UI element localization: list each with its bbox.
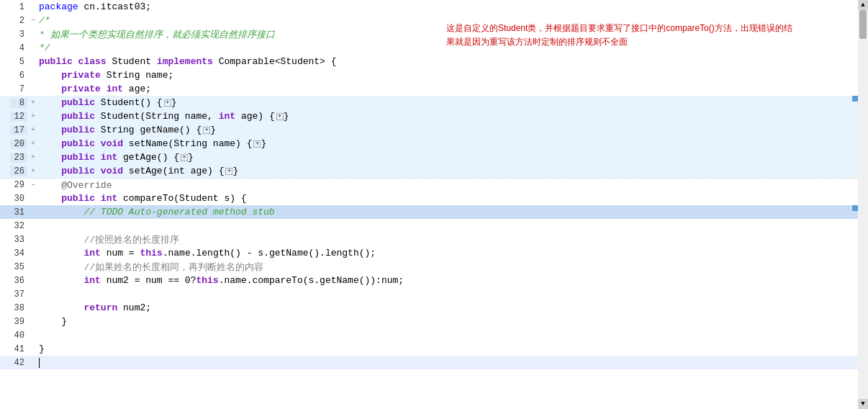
- linenum-34: 34: [10, 248, 27, 259]
- code-row-42: 42: [0, 356, 858, 369]
- linenum-2: 2: [10, 16, 27, 26]
- expand-17: +: [27, 126, 39, 134]
- code-29: @Override: [39, 180, 112, 191]
- annotation-popup: 这是自定义的Student类，并根据题目要求重写了接口中的compareTo()…: [446, 22, 792, 49]
- scrollbar-vertical[interactable]: ▲ ▼: [858, 0, 868, 409]
- code-31: // TODO Auto-generated method stub: [39, 207, 275, 217]
- annotation-line2: 果就是因为重写该方法时定制的排序规则不全面: [446, 35, 792, 49]
- code-row-1: 1 package cn.itcast03;: [0, 0, 858, 14]
- linenum-40: 40: [10, 331, 27, 341]
- annotation-line1: 这是自定义的Student类，并根据题目要求重写了接口中的compareTo()…: [446, 22, 792, 35]
- linenum-6: 6: [10, 71, 27, 81]
- linenum-26: 26: [10, 166, 27, 176]
- code-35: //如果姓名的长度相同，再判断姓名的内容: [39, 261, 263, 274]
- editor-container: 这是自定义的Student类，并根据题目要求重写了接口中的compareTo()…: [0, 0, 868, 409]
- code-row-32: 32: [0, 219, 858, 233]
- code-38: return num2;: [39, 302, 151, 313]
- linenum-12: 12: [10, 112, 27, 122]
- scroll-marker-8: [852, 96, 858, 102]
- linenum-35: 35: [10, 262, 27, 272]
- code-row-34: 34 int num = this.name.length() - s.getN…: [0, 246, 858, 260]
- code-20: public void setName(String name) {+}: [39, 138, 266, 149]
- linenum-3: 3: [10, 30, 27, 40]
- code-36: int num2 = num == 0?this.name.compareTo(…: [39, 275, 404, 286]
- linenum-5: 5: [10, 57, 27, 67]
- code-row-35: 35 //如果姓名的长度相同，再判断姓名的内容: [0, 260, 858, 274]
- code-row-20: 20 + public void setName(String name) {+…: [0, 137, 858, 150]
- code-row-33: 33 //按照姓名的长度排序: [0, 233, 858, 246]
- linenum-7: 7: [10, 84, 27, 94]
- linenum-1: 1: [10, 2, 27, 12]
- code-row-36: 36 int num2 = num == 0?this.name.compare…: [0, 274, 858, 287]
- code-30: public int compareTo(Student s) {: [39, 193, 247, 204]
- linenum-32: 32: [10, 221, 27, 231]
- code-row-39: 39 }: [0, 315, 858, 328]
- code-row-23: 23 + public int getAge() {+}: [0, 150, 858, 164]
- linenum-39: 39: [10, 317, 27, 327]
- scrollbar-up-arrow[interactable]: ▲: [858, 0, 868, 10]
- code-6: private String name;: [39, 70, 173, 81]
- scrollbar-down-arrow[interactable]: ▼: [858, 399, 868, 409]
- expand-26: +: [27, 167, 39, 175]
- linenum-33: 33: [10, 235, 27, 245]
- code-2: /*: [39, 15, 50, 26]
- code-row-38: 38 return num2;: [0, 301, 858, 315]
- code-row-6: 6 private String name;: [0, 68, 858, 82]
- code-42: [39, 357, 40, 368]
- code-row-40: 40: [0, 328, 858, 342]
- linenum-36: 36: [10, 276, 27, 286]
- code-3: * 如果一个类想实现自然排序，就必须实现自然排序接口: [39, 28, 275, 41]
- code-33: //按照姓名的长度排序: [39, 233, 179, 246]
- code-row-37: 37: [0, 287, 858, 301]
- code-17: public String getName() {+}: [39, 125, 216, 135]
- expand-23: +: [27, 153, 39, 161]
- linenum-4: 4: [10, 43, 27, 53]
- code-34: int num = this.name.length() - s.getName…: [39, 248, 376, 259]
- code-row-29: 29 − @Override: [0, 178, 858, 192]
- linenum-29: 29: [10, 180, 27, 190]
- linenum-30: 30: [10, 194, 27, 204]
- code-area: 这是自定义的Student类，并根据题目要求重写了接口中的compareTo()…: [0, 0, 868, 409]
- linenum-38: 38: [10, 303, 27, 313]
- code-39: }: [39, 316, 67, 327]
- linenum-37: 37: [10, 289, 27, 300]
- code-4: */: [39, 42, 50, 53]
- expand-20: +: [27, 140, 39, 148]
- code-row-30: 30 public int compareTo(Student s) {: [0, 192, 858, 205]
- expand-8: +: [27, 99, 39, 107]
- scrollbar-thumb[interactable]: [859, 10, 867, 39]
- linenum-41: 41: [10, 344, 27, 354]
- code-row-8: 8 + public Student() {+}: [0, 96, 858, 109]
- expand-2: −: [27, 17, 39, 24]
- code-row-31: 31 // TODO Auto-generated method stub: [0, 205, 858, 219]
- linenum-20: 20: [10, 139, 27, 149]
- code-viewport: 1 package cn.itcast03; 2 − /* 3 * 如果一个类: [0, 0, 868, 409]
- expand-29: −: [27, 181, 39, 189]
- code-7: private int age;: [39, 84, 151, 94]
- code-row-17: 17 + public String getName() {+}: [0, 123, 858, 137]
- code-row-41: 41 }: [0, 342, 858, 356]
- scroll-marker-31: [852, 205, 858, 211]
- linenum-42: 42: [10, 358, 27, 368]
- linenum-31: 31: [10, 207, 27, 217]
- code-row-7: 7 private int age;: [0, 82, 858, 96]
- linenum-8: 8: [10, 98, 27, 108]
- code-row-26: 26 + public void setAge(int age) {+}: [0, 164, 858, 178]
- code-1: package cn.itcast03;: [39, 1, 151, 12]
- code-12: public Student(String name, int age) {+}: [39, 111, 289, 122]
- code-5: public class Student implements Comparab…: [39, 56, 337, 67]
- expand-12: +: [27, 112, 39, 120]
- linenum-23: 23: [10, 153, 27, 163]
- code-8: public Student() {+}: [39, 97, 176, 108]
- code-26: public void setAge(int age) {+}: [39, 166, 238, 176]
- code-41: }: [39, 343, 45, 354]
- linenum-17: 17: [10, 125, 27, 135]
- code-row-12: 12 + public Student(String name, int age…: [0, 109, 858, 123]
- code-23: public int getAge() {+}: [39, 152, 194, 163]
- code-row-5: 5 public class Student implements Compar…: [0, 55, 858, 68]
